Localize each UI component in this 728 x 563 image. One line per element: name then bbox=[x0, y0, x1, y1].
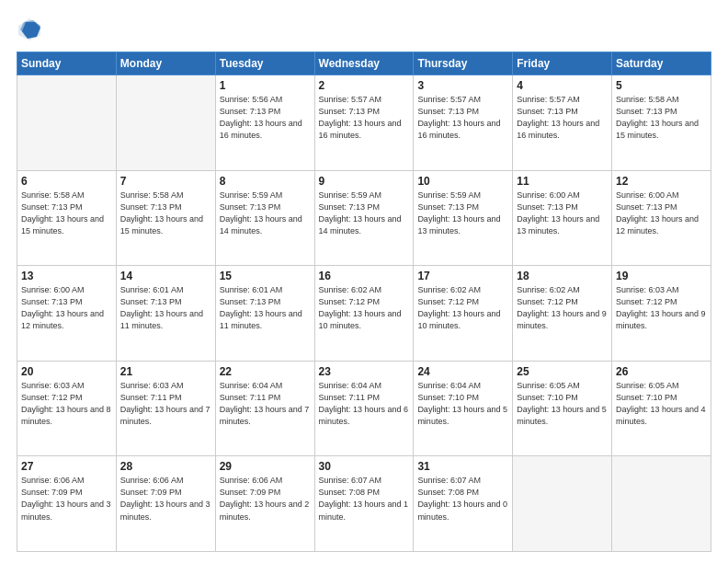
weekday-header-thursday: Thursday bbox=[414, 52, 513, 75]
day-info: Sunrise: 6:03 AM Sunset: 7:11 PM Dayligh… bbox=[120, 380, 211, 428]
day-info: Sunrise: 6:02 AM Sunset: 7:12 PM Dayligh… bbox=[319, 284, 410, 332]
day-info: Sunrise: 6:06 AM Sunset: 7:09 PM Dayligh… bbox=[21, 475, 112, 523]
day-number: 18 bbox=[517, 270, 608, 282]
day-number: 9 bbox=[319, 175, 410, 188]
calendar-cell: 8Sunrise: 5:59 AM Sunset: 7:13 PM Daylig… bbox=[215, 170, 314, 266]
day-info: Sunrise: 6:02 AM Sunset: 7:12 PM Dayligh… bbox=[417, 284, 508, 332]
day-info: Sunrise: 5:58 AM Sunset: 7:13 PM Dayligh… bbox=[21, 190, 112, 237]
day-number: 24 bbox=[417, 365, 508, 378]
calendar-cell: 20Sunrise: 6:03 AM Sunset: 7:12 PM Dayli… bbox=[17, 361, 117, 456]
day-info: Sunrise: 5:59 AM Sunset: 7:13 PM Dayligh… bbox=[220, 190, 311, 237]
day-number: 2 bbox=[319, 79, 410, 92]
calendar-cell: 23Sunrise: 6:04 AM Sunset: 7:11 PM Dayli… bbox=[314, 361, 414, 456]
day-info: Sunrise: 6:04 AM Sunset: 7:11 PM Dayligh… bbox=[319, 380, 410, 428]
calendar-cell: 9Sunrise: 5:59 AM Sunset: 7:13 PM Daylig… bbox=[314, 170, 414, 266]
calendar-cell: 2Sunrise: 5:57 AM Sunset: 7:13 PM Daylig… bbox=[314, 75, 414, 171]
day-info: Sunrise: 6:03 AM Sunset: 7:12 PM Dayligh… bbox=[21, 380, 112, 428]
day-info: Sunrise: 5:59 AM Sunset: 7:13 PM Dayligh… bbox=[417, 190, 508, 237]
weekday-header-wednesday: Wednesday bbox=[314, 52, 414, 75]
calendar-cell: 22Sunrise: 6:04 AM Sunset: 7:11 PM Dayli… bbox=[215, 361, 314, 456]
calendar-cell: 12Sunrise: 6:00 AM Sunset: 7:13 PM Dayli… bbox=[612, 170, 711, 266]
day-info: Sunrise: 6:07 AM Sunset: 7:08 PM Dayligh… bbox=[319, 475, 410, 523]
calendar-cell: 11Sunrise: 6:00 AM Sunset: 7:13 PM Dayli… bbox=[513, 170, 612, 266]
calendar-cell: 1Sunrise: 5:56 AM Sunset: 7:13 PM Daylig… bbox=[215, 75, 314, 171]
calendar-cell: 6Sunrise: 5:58 AM Sunset: 7:13 PM Daylig… bbox=[17, 170, 117, 266]
calendar-cell bbox=[513, 456, 612, 552]
calendar-cell: 18Sunrise: 6:02 AM Sunset: 7:12 PM Dayli… bbox=[513, 266, 612, 362]
day-info: Sunrise: 6:01 AM Sunset: 7:13 PM Dayligh… bbox=[120, 284, 211, 332]
day-info: Sunrise: 6:04 AM Sunset: 7:11 PM Dayligh… bbox=[220, 380, 311, 428]
day-number: 15 bbox=[220, 270, 311, 282]
day-number: 3 bbox=[417, 79, 508, 92]
day-number: 25 bbox=[517, 365, 608, 378]
day-info: Sunrise: 6:06 AM Sunset: 7:09 PM Dayligh… bbox=[120, 475, 211, 523]
calendar-cell: 17Sunrise: 6:02 AM Sunset: 7:12 PM Dayli… bbox=[414, 266, 513, 362]
day-info: Sunrise: 5:57 AM Sunset: 7:13 PM Dayligh… bbox=[417, 94, 508, 142]
calendar-cell: 16Sunrise: 6:02 AM Sunset: 7:12 PM Dayli… bbox=[314, 266, 414, 362]
day-number: 23 bbox=[319, 365, 410, 378]
day-info: Sunrise: 6:00 AM Sunset: 7:13 PM Dayligh… bbox=[21, 284, 112, 332]
calendar-cell: 4Sunrise: 5:57 AM Sunset: 7:13 PM Daylig… bbox=[513, 75, 612, 171]
calendar-cell bbox=[17, 75, 117, 171]
weekday-header-row: SundayMondayTuesdayWednesdayThursdayFrid… bbox=[17, 52, 711, 75]
calendar-cell: 19Sunrise: 6:03 AM Sunset: 7:12 PM Dayli… bbox=[612, 266, 711, 362]
calendar-cell: 28Sunrise: 6:06 AM Sunset: 7:09 PM Dayli… bbox=[116, 456, 215, 552]
day-number: 21 bbox=[120, 365, 211, 378]
day-number: 19 bbox=[616, 270, 707, 282]
header bbox=[17, 17, 711, 42]
calendar-cell bbox=[612, 456, 711, 552]
day-info: Sunrise: 5:59 AM Sunset: 7:13 PM Dayligh… bbox=[319, 190, 410, 237]
weekday-header-monday: Monday bbox=[116, 52, 215, 75]
day-number: 8 bbox=[220, 175, 311, 188]
day-number: 22 bbox=[220, 365, 311, 378]
day-info: Sunrise: 5:57 AM Sunset: 7:13 PM Dayligh… bbox=[517, 94, 608, 142]
calendar-cell: 14Sunrise: 6:01 AM Sunset: 7:13 PM Dayli… bbox=[116, 266, 215, 362]
day-info: Sunrise: 6:05 AM Sunset: 7:10 PM Dayligh… bbox=[616, 380, 707, 428]
day-info: Sunrise: 6:02 AM Sunset: 7:12 PM Dayligh… bbox=[517, 284, 608, 332]
calendar-cell: 27Sunrise: 6:06 AM Sunset: 7:09 PM Dayli… bbox=[17, 456, 117, 552]
calendar-cell: 31Sunrise: 6:07 AM Sunset: 7:08 PM Dayli… bbox=[414, 456, 513, 552]
calendar-cell: 21Sunrise: 6:03 AM Sunset: 7:11 PM Dayli… bbox=[116, 361, 215, 456]
calendar-cell: 15Sunrise: 6:01 AM Sunset: 7:13 PM Dayli… bbox=[215, 266, 314, 362]
day-info: Sunrise: 6:05 AM Sunset: 7:10 PM Dayligh… bbox=[517, 380, 608, 428]
day-number: 26 bbox=[616, 365, 707, 378]
calendar-week-4: 20Sunrise: 6:03 AM Sunset: 7:12 PM Dayli… bbox=[17, 361, 711, 456]
weekday-header-sunday: Sunday bbox=[17, 52, 117, 75]
day-number: 4 bbox=[517, 79, 608, 92]
day-number: 6 bbox=[21, 175, 112, 188]
calendar-cell: 24Sunrise: 6:04 AM Sunset: 7:10 PM Dayli… bbox=[414, 361, 513, 456]
calendar-table: SundayMondayTuesdayWednesdayThursdayFrid… bbox=[17, 52, 711, 552]
calendar-cell: 13Sunrise: 6:00 AM Sunset: 7:13 PM Dayli… bbox=[17, 266, 117, 362]
logo-icon bbox=[17, 17, 42, 42]
day-number: 7 bbox=[120, 175, 211, 188]
day-number: 28 bbox=[120, 460, 211, 473]
weekday-header-tuesday: Tuesday bbox=[215, 52, 314, 75]
calendar-cell: 3Sunrise: 5:57 AM Sunset: 7:13 PM Daylig… bbox=[414, 75, 513, 171]
calendar-cell: 29Sunrise: 6:06 AM Sunset: 7:09 PM Dayli… bbox=[215, 456, 314, 552]
day-info: Sunrise: 5:58 AM Sunset: 7:13 PM Dayligh… bbox=[120, 190, 211, 237]
day-number: 30 bbox=[319, 460, 410, 473]
day-info: Sunrise: 6:04 AM Sunset: 7:10 PM Dayligh… bbox=[417, 380, 508, 428]
weekday-header-friday: Friday bbox=[513, 52, 612, 75]
day-number: 16 bbox=[319, 270, 410, 282]
day-number: 27 bbox=[21, 460, 112, 473]
day-info: Sunrise: 6:07 AM Sunset: 7:08 PM Dayligh… bbox=[417, 475, 508, 523]
day-number: 5 bbox=[616, 79, 707, 92]
day-number: 14 bbox=[120, 270, 211, 282]
day-info: Sunrise: 6:01 AM Sunset: 7:13 PM Dayligh… bbox=[220, 284, 311, 332]
day-info: Sunrise: 5:58 AM Sunset: 7:13 PM Dayligh… bbox=[616, 94, 707, 142]
calendar-cell: 26Sunrise: 6:05 AM Sunset: 7:10 PM Dayli… bbox=[612, 361, 711, 456]
calendar-week-2: 6Sunrise: 5:58 AM Sunset: 7:13 PM Daylig… bbox=[17, 170, 711, 266]
day-info: Sunrise: 5:57 AM Sunset: 7:13 PM Dayligh… bbox=[319, 94, 410, 142]
calendar-cell: 7Sunrise: 5:58 AM Sunset: 7:13 PM Daylig… bbox=[116, 170, 215, 266]
day-info: Sunrise: 5:56 AM Sunset: 7:13 PM Dayligh… bbox=[220, 94, 311, 142]
calendar-cell: 30Sunrise: 6:07 AM Sunset: 7:08 PM Dayli… bbox=[314, 456, 414, 552]
calendar-week-1: 1Sunrise: 5:56 AM Sunset: 7:13 PM Daylig… bbox=[17, 75, 711, 171]
calendar-cell bbox=[116, 75, 215, 171]
weekday-header-saturday: Saturday bbox=[612, 52, 711, 75]
day-number: 13 bbox=[21, 270, 112, 282]
day-number: 11 bbox=[517, 175, 608, 188]
logo bbox=[17, 17, 46, 42]
day-number: 10 bbox=[417, 175, 508, 188]
calendar-cell: 25Sunrise: 6:05 AM Sunset: 7:10 PM Dayli… bbox=[513, 361, 612, 456]
